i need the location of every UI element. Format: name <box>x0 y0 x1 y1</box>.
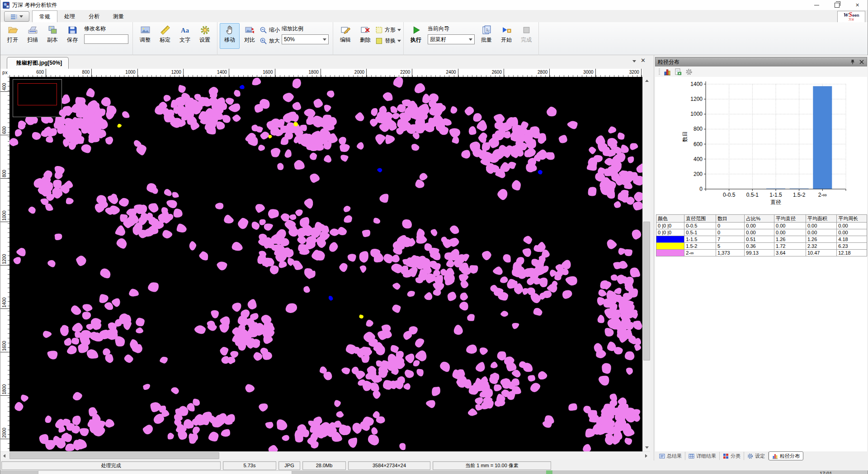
batch-button[interactable]: 1₂ 批量 <box>476 23 496 49</box>
color-swatch-cell <box>656 243 684 250</box>
svg-text:0: 0 <box>699 186 703 192</box>
tab-general[interactable]: 常规 <box>32 10 57 23</box>
square-shape-button[interactable]: 方形 <box>375 25 401 34</box>
document-list-dropdown[interactable] <box>632 60 636 62</box>
horizontal-scroll-thumb[interactable] <box>9 452 219 459</box>
close-button[interactable]: × <box>847 0 868 10</box>
finish-button[interactable]: 完成 <box>516 23 536 49</box>
contrast-button[interactable]: 对比 <box>240 23 259 49</box>
tab-classify[interactable]: 分类 <box>720 452 744 460</box>
panel-close-icon[interactable] <box>859 59 864 65</box>
scroll-up-button[interactable] <box>643 77 651 85</box>
text-button[interactable]: Aa 文字 <box>175 23 195 49</box>
table-row[interactable]: 0 |0 |00.5-100.000.000.000.00 <box>656 229 867 236</box>
move-button[interactable]: 移动 <box>220 23 240 49</box>
app-icon <box>3 2 9 9</box>
vertical-scrollbar[interactable] <box>642 77 651 451</box>
duplicate-button[interactable]: 副本 <box>42 23 62 49</box>
pin-icon[interactable] <box>850 59 855 65</box>
open-button[interactable]: 打开 <box>3 23 23 49</box>
chevron-down-icon[interactable] <box>397 40 401 42</box>
ruler-major-tick <box>0 395 9 396</box>
horizontal-scrollbar[interactable] <box>0 451 650 460</box>
adjust-button[interactable]: 调整 <box>135 23 155 49</box>
calibrate-icon <box>160 25 170 35</box>
document-tab[interactable]: 辣椒籽图.jpg[50%] <box>7 57 69 69</box>
zoom-ratio-select[interactable]: 50% <box>282 34 329 44</box>
restore-icon <box>835 3 840 8</box>
tab-details[interactable]: 详细结果 <box>685 452 720 460</box>
results-table: 颜色直径范围数目占比%平均直径平均面积平均周长0 |0 |00-0.500.00… <box>656 214 867 256</box>
document-close-button[interactable]: ✕ <box>641 57 646 64</box>
tab-summary[interactable]: 总结果 <box>656 452 685 460</box>
export-excel-button[interactable] <box>675 68 682 76</box>
settings-button[interactable]: 设置 <box>195 23 215 49</box>
rename-input[interactable] <box>84 34 128 44</box>
hand-move-icon <box>225 25 235 35</box>
chart-settings-button[interactable] <box>685 68 693 76</box>
toolbar-drag-handle[interactable] <box>659 69 660 75</box>
scroll-right-button[interactable] <box>642 452 650 460</box>
replace-button[interactable]: 替换 <box>375 36 401 45</box>
save-button[interactable]: 保存 <box>62 23 82 49</box>
scroll-down-button[interactable] <box>643 444 651 451</box>
start-icon <box>501 25 512 35</box>
status-message: 处理完成 <box>1 461 221 470</box>
tab-settings[interactable]: 设定 <box>744 452 769 460</box>
vertical-scroll-thumb[interactable] <box>643 222 650 360</box>
tab-analyze[interactable]: 分析 <box>82 10 106 22</box>
edit-target-button[interactable]: 编辑 <box>335 23 355 49</box>
ruler-major-tick <box>275 69 275 77</box>
chevron-down-icon[interactable] <box>397 29 401 31</box>
navigator-overview[interactable] <box>13 80 62 117</box>
minimize-button[interactable] <box>807 0 827 10</box>
start-button[interactable]: 开始 <box>496 23 516 49</box>
app-menu-button[interactable] <box>4 11 29 22</box>
table-cell: 5 <box>716 243 745 250</box>
table-row[interactable]: 1-1.570.511.261.264.18 <box>656 236 867 243</box>
chart-type-button[interactable] <box>664 68 671 76</box>
tab-process[interactable]: 处理 <box>57 10 82 22</box>
settings-tab-icon <box>747 453 753 459</box>
ruler-major-tick <box>0 222 9 222</box>
table-cell: 7 <box>716 236 745 243</box>
chevron-down-icon <box>19 15 23 18</box>
tab-measure[interactable]: 测量 <box>106 10 131 22</box>
taskbar-app-button[interactable] <box>38 470 292 474</box>
zoom-out-button[interactable]: 缩小 <box>259 25 280 34</box>
tab-particle-distribution[interactable]: 粒径分布 <box>769 451 803 460</box>
ruler-label: 2000 <box>343 70 364 75</box>
delete-target-button[interactable]: 删除 <box>355 23 375 49</box>
table-row[interactable]: 1.5-250.361.722.326.23 <box>656 243 867 250</box>
restore-button[interactable] <box>827 0 847 10</box>
ruler-label: 3200 <box>618 70 639 75</box>
calibrate-button[interactable]: 标定 <box>155 23 175 49</box>
status-bar: 处理完成 5.73s JPG 28.0Mb 3584×2734×24 当前 1 … <box>0 460 868 470</box>
zoom-in-button[interactable]: 放大 <box>259 36 280 45</box>
scroll-left-button[interactable] <box>0 452 8 460</box>
ruler-label: 3000 <box>572 70 594 75</box>
ruler-label: 2200 <box>388 70 410 75</box>
panel-header[interactable]: 粒径分布 <box>655 57 867 67</box>
table-cell: 1-1.5 <box>684 236 716 243</box>
ruler-label: 1400 <box>205 70 227 75</box>
table-cell: 1,373 <box>716 250 745 256</box>
ruler-major-tick <box>412 69 412 77</box>
table-row[interactable]: 0 |0 |00-0.500.000.000.000.00 <box>656 223 867 229</box>
execute-button[interactable]: 执行 <box>406 23 426 49</box>
details-icon <box>689 453 694 459</box>
blue-marker <box>377 168 382 172</box>
os-taskbar-sliver: 17:01 <box>0 470 868 474</box>
wizard-select[interactable]: 甜菜籽 <box>428 34 475 44</box>
seed-image <box>9 77 642 451</box>
table-row[interactable]: 2-∞1,37399.133.6410.4712.18 <box>656 250 867 256</box>
table-cell: 1.5-2 <box>684 243 716 250</box>
panel-bottom-tabs: 总结果 详细结果 分类 设定 <box>654 451 868 460</box>
ruler-major-tick <box>0 439 9 439</box>
edit-target-icon <box>340 25 351 35</box>
svg-text:0-0.5: 0-0.5 <box>723 192 736 198</box>
ruler-major-tick <box>458 69 458 77</box>
table-cell: 0.00 <box>745 223 774 229</box>
image-canvas[interactable] <box>9 77 642 451</box>
scan-button[interactable]: 扫描 <box>23 23 42 49</box>
